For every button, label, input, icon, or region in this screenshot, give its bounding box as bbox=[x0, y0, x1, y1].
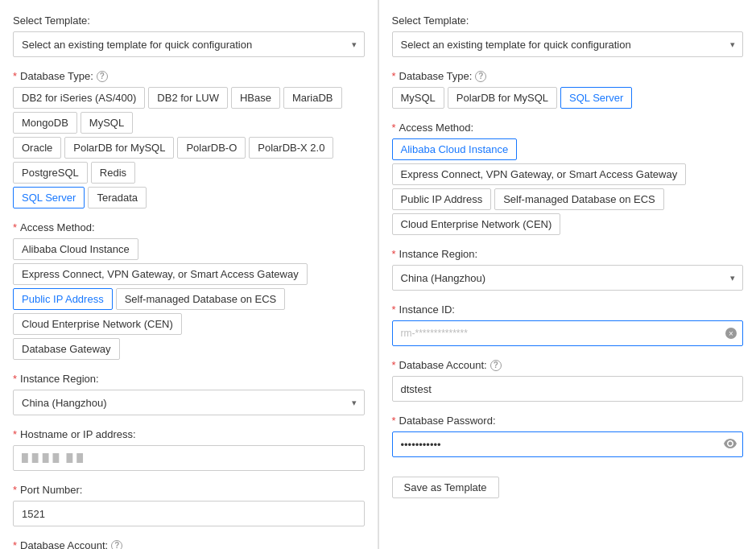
right-instance-region-group: * Instance Region: China (Hangzhou) ▾ bbox=[392, 248, 744, 291]
left-database-type-help-icon[interactable]: ? bbox=[97, 71, 108, 82]
left-database-account-label: * Database Account: ? bbox=[13, 539, 365, 549]
right-db-type-mysql[interactable]: MySQL bbox=[392, 87, 444, 109]
left-db-type-db2-luw[interactable]: DB2 for LUW bbox=[148, 87, 228, 109]
right-password-wrapper bbox=[392, 431, 744, 457]
left-hostname-label: * Hostname or IP address: bbox=[13, 428, 365, 440]
left-db-type-mongodb[interactable]: MongoDB bbox=[13, 112, 77, 134]
left-db-type-sqlserver[interactable]: SQL Server bbox=[13, 187, 85, 208]
right-access-method-buttons-row2: Public IP Address Self-managed Database … bbox=[392, 188, 744, 235]
left-db-type-redis[interactable]: Redis bbox=[91, 162, 135, 184]
left-db-type-mysql[interactable]: MySQL bbox=[81, 112, 133, 134]
left-access-method-label: * Access Method: bbox=[13, 221, 365, 233]
right-access-public-ip[interactable]: Public IP Address bbox=[392, 188, 492, 210]
left-hostname-input[interactable] bbox=[13, 445, 365, 471]
left-db-type-db2-iseries[interactable]: DB2 for iSeries (AS/400) bbox=[13, 87, 145, 109]
right-password-eye-icon[interactable] bbox=[724, 438, 737, 451]
right-database-password-label: * Database Password: bbox=[392, 415, 744, 427]
right-instance-region-select[interactable]: China (Hangzhou) bbox=[392, 265, 744, 291]
left-select-template-wrapper[interactable]: Select an existing template for quick co… bbox=[13, 31, 365, 57]
left-db-type-polardb-mysql[interactable]: PolarDB for MySQL bbox=[64, 137, 174, 159]
left-instance-region-group: * Instance Region: China (Hangzhou) ▾ bbox=[13, 373, 365, 415]
right-select-template-input[interactable]: Select an existing template for quick co… bbox=[392, 31, 744, 57]
left-hostname-group: * Hostname or IP address: bbox=[13, 428, 365, 471]
right-database-type-group: * Database Type: ? MySQL PolarDB for MyS… bbox=[392, 70, 744, 109]
right-access-alibaba[interactable]: Alibaba Cloud Instance bbox=[392, 138, 518, 160]
left-database-type-buttons-row3: SQL Server Teradata bbox=[13, 187, 365, 208]
left-database-type-label: * Database Type: ? bbox=[13, 70, 365, 82]
left-panel: Select Template: Select an existing temp… bbox=[0, 0, 378, 549]
right-instance-region-label: * Instance Region: bbox=[392, 248, 744, 260]
left-access-method-buttons-row2: Public IP Address Self-managed Database … bbox=[13, 288, 365, 335]
right-instance-id-wrapper: × bbox=[392, 320, 744, 346]
left-access-self-managed-ecs[interactable]: Self-managed Database on ECS bbox=[116, 288, 286, 310]
left-database-account-help-icon[interactable]: ? bbox=[111, 540, 122, 550]
left-access-database-gateway[interactable]: Database Gateway bbox=[13, 338, 120, 360]
left-access-method-group: * Access Method: Alibaba Cloud Instance … bbox=[13, 221, 365, 360]
right-select-template-wrapper[interactable]: Select an existing template for quick co… bbox=[392, 31, 744, 57]
left-db-type-postgresql[interactable]: PostgreSQL bbox=[13, 162, 88, 184]
left-access-method-buttons-row1: Alibaba Cloud Instance Express Connect, … bbox=[13, 238, 365, 285]
left-port-group: * Port Number: bbox=[13, 484, 365, 526]
right-database-account-help-icon[interactable]: ? bbox=[490, 360, 502, 371]
right-instance-region-wrapper[interactable]: China (Hangzhou) ▾ bbox=[392, 265, 744, 291]
left-access-method-buttons-row3: Database Gateway bbox=[13, 338, 365, 360]
left-access-alibaba[interactable]: Alibaba Cloud Instance bbox=[13, 238, 138, 260]
left-db-type-oracle[interactable]: Oracle bbox=[13, 137, 61, 159]
left-select-template-group: Select Template: Select an existing temp… bbox=[13, 14, 365, 57]
right-database-password-group: * Database Password: bbox=[392, 415, 744, 457]
left-access-express[interactable]: Express Connect, VPN Gateway, or Smart A… bbox=[13, 263, 308, 285]
right-database-account-group: * Database Account: ? bbox=[392, 359, 744, 402]
right-access-method-label: * Access Method: bbox=[392, 122, 744, 134]
right-select-template-group: Select Template: Select an existing temp… bbox=[392, 14, 744, 57]
left-db-type-teradata[interactable]: Teradata bbox=[88, 187, 147, 208]
left-instance-region-select[interactable]: China (Hangzhou) bbox=[13, 390, 365, 415]
right-database-account-input[interactable] bbox=[392, 376, 744, 402]
right-database-type-label: * Database Type: ? bbox=[392, 70, 744, 82]
left-access-cen[interactable]: Cloud Enterprise Network (CEN) bbox=[13, 313, 182, 335]
left-db-type-mariadb[interactable]: MariaDB bbox=[283, 87, 342, 109]
left-port-label: * Port Number: bbox=[13, 484, 365, 496]
right-access-self-managed-ecs[interactable]: Self-managed Database on ECS bbox=[494, 188, 664, 210]
right-access-cen[interactable]: Cloud Enterprise Network (CEN) bbox=[392, 213, 561, 235]
left-port-input[interactable] bbox=[13, 501, 365, 526]
right-access-express[interactable]: Express Connect, VPN Gateway, or Smart A… bbox=[392, 163, 687, 185]
right-select-template-label: Select Template: bbox=[392, 14, 744, 27]
right-database-password-input[interactable] bbox=[392, 431, 744, 457]
left-database-type-buttons-row2: Oracle PolarDB for MySQL PolarDB-O Polar… bbox=[13, 137, 365, 184]
right-db-type-sqlserver[interactable]: SQL Server bbox=[560, 87, 632, 109]
left-db-type-polardb-o[interactable]: PolarDB-O bbox=[177, 137, 246, 159]
right-instance-id-input[interactable] bbox=[392, 320, 744, 346]
left-instance-region-label: * Instance Region: bbox=[13, 373, 365, 385]
left-select-template-input[interactable]: Select an existing template for quick co… bbox=[13, 31, 365, 57]
right-save-template-button[interactable]: Save as Template bbox=[392, 477, 499, 498]
left-access-public-ip[interactable]: Public IP Address bbox=[13, 288, 113, 310]
right-instance-id-clear-icon[interactable]: × bbox=[725, 328, 737, 339]
left-database-type-buttons: DB2 for iSeries (AS/400) DB2 for LUW HBa… bbox=[13, 87, 365, 134]
right-access-method-buttons-row1: Alibaba Cloud Instance Express Connect, … bbox=[392, 138, 744, 185]
right-instance-id-label: * Instance ID: bbox=[392, 303, 744, 316]
right-db-type-polardb-mysql[interactable]: PolarDB for MySQL bbox=[448, 87, 557, 109]
right-panel: Select Template: Select an existing temp… bbox=[379, 0, 757, 549]
right-access-method-group: * Access Method: Alibaba Cloud Instance … bbox=[392, 122, 744, 235]
left-db-type-polardb-x[interactable]: PolarDB-X 2.0 bbox=[249, 137, 333, 159]
right-database-type-help-icon[interactable]: ? bbox=[475, 71, 486, 82]
right-instance-id-group: * Instance ID: × bbox=[392, 303, 744, 346]
right-database-type-buttons: MySQL PolarDB for MySQL SQL Server bbox=[392, 87, 744, 109]
left-database-type-group: * Database Type: ? DB2 for iSeries (AS/4… bbox=[13, 70, 365, 208]
left-instance-region-wrapper[interactable]: China (Hangzhou) ▾ bbox=[13, 390, 365, 415]
left-db-type-hbase[interactable]: HBase bbox=[231, 87, 280, 109]
left-database-account-group: * Database Account: ? bbox=[13, 539, 365, 549]
right-database-account-label: * Database Account: ? bbox=[392, 359, 744, 371]
left-select-template-label: Select Template: bbox=[13, 14, 365, 27]
